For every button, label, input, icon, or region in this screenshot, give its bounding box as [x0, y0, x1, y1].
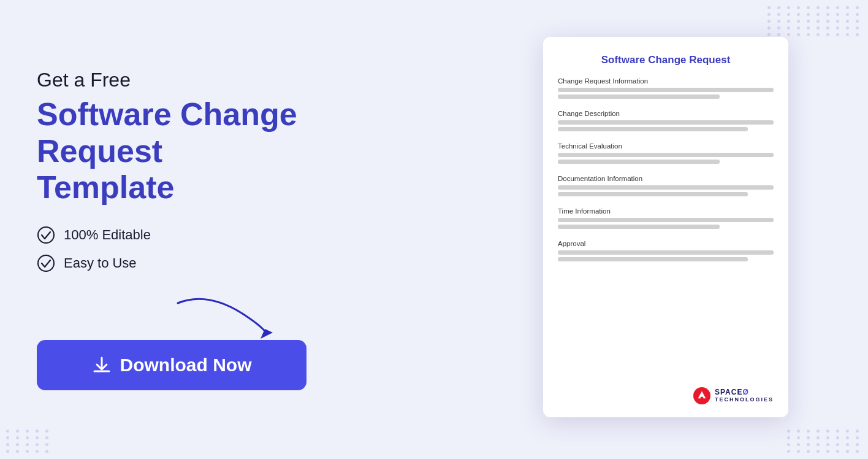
feature-editable-label: 100% Editable: [64, 227, 151, 243]
doc-section-change-request: Change Request Information: [558, 77, 774, 101]
doc-line: [558, 218, 774, 222]
check-icon-easy: [37, 254, 55, 272]
feature-easy-label: Easy to Use: [64, 255, 137, 271]
doc-line: [558, 88, 774, 92]
feature-easy: Easy to Use: [37, 254, 392, 272]
document-title: Software Change Request: [558, 54, 774, 66]
doc-section-documentation: Documentation Information: [558, 175, 774, 199]
company-logo: SPACEØ TECHNOLOGIES: [558, 382, 774, 405]
svg-point-0: [38, 227, 54, 243]
curved-arrow-svg: [172, 297, 282, 340]
feature-editable: 100% Editable: [37, 226, 392, 244]
doc-section-technical-evaluation-label: Technical Evaluation: [558, 142, 774, 150]
doc-section-time-information-label: Time Information: [558, 207, 774, 215]
svg-point-4: [700, 397, 703, 400]
doc-line: [558, 94, 720, 99]
doc-line: [558, 250, 774, 255]
doc-line: [558, 225, 720, 229]
subtitle: Get a Free: [37, 69, 392, 91]
doc-line: [558, 257, 748, 261]
doc-line: [558, 120, 774, 125]
svg-point-1: [38, 255, 54, 271]
check-icon-editable: [37, 226, 55, 244]
main-title-line2: Template: [37, 169, 174, 205]
doc-section-technical-evaluation: Technical Evaluation: [558, 142, 774, 166]
svg-marker-2: [261, 329, 273, 339]
doc-section-time-information: Time Information: [558, 207, 774, 231]
doc-section-approval-label: Approval: [558, 240, 774, 247]
doc-section-change-request-label: Change Request Information: [558, 77, 774, 85]
dots-decoration-top-right: [767, 6, 862, 36]
main-title-line1: Software Change Request: [37, 96, 297, 169]
doc-section-approval: Approval: [558, 240, 774, 264]
logo-text: SPACEØ TECHNOLOGIES: [715, 388, 774, 403]
doc-section-change-description: Change Description: [558, 110, 774, 134]
doc-line: [558, 160, 720, 164]
doc-line: [558, 127, 748, 131]
logo-icon: [693, 387, 711, 405]
doc-section-documentation-label: Documentation Information: [558, 175, 774, 182]
doc-line: [558, 192, 748, 196]
arrow-decoration: [172, 297, 294, 334]
dots-decoration-bottom-right: [787, 430, 862, 453]
feature-list: 100% Editable Easy to Use: [37, 226, 392, 272]
download-button[interactable]: Download Now: [37, 340, 306, 390]
doc-section-change-description-label: Change Description: [558, 110, 774, 117]
document-card: Software Change Request Change Request I…: [543, 37, 788, 417]
doc-line: [558, 185, 774, 190]
download-button-label: Download Now: [120, 355, 252, 376]
doc-line: [558, 153, 774, 157]
main-title: Software Change Request Template: [37, 96, 392, 206]
download-icon: [92, 355, 112, 375]
left-panel: Get a Free Software Change Request Templ…: [37, 0, 392, 459]
